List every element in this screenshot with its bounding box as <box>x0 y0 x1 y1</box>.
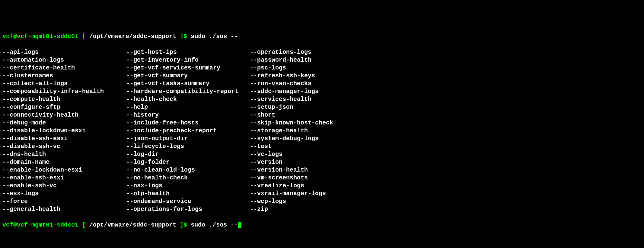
option-item: --general-health <box>2 205 126 213</box>
option-item: --connectivity-health <box>2 111 126 119</box>
prompt-user-host: vcf@vcf-mgmt01-sddc01 <box>2 221 78 228</box>
option-item: --services-health <box>250 95 642 103</box>
prompt-line-2: vcf@vcf-mgmt01-sddc01 [ /opt/vmware/sddc… <box>2 221 642 229</box>
option-item: --no-health-check <box>126 174 250 182</box>
option-item: --force <box>2 198 126 205</box>
command-input[interactable]: sudo ./sos -- <box>191 221 238 228</box>
option-item: --version <box>250 158 642 166</box>
option-item: --system-debug-logs <box>250 135 642 143</box>
option-item: --wcp-logs <box>250 198 642 205</box>
prompt-bracket-close: ]$ <box>176 221 191 228</box>
option-item: --vc-logs <box>250 150 642 158</box>
option-item: --debug-mode <box>2 119 126 127</box>
option-item: --get-vcf-summary <box>126 72 250 80</box>
option-item: --psc-logs <box>250 64 642 72</box>
option-item: --operations-for-logs <box>126 205 250 213</box>
prompt-line-1: vcf@vcf-mgmt01-sddc01 [ /opt/vmware/sddc… <box>2 33 642 40</box>
option-item: --lifecycle-logs <box>126 143 250 150</box>
option-item: --vrealize-logs <box>250 182 642 190</box>
option-item: --get-inventory-info <box>126 56 250 64</box>
command-text[interactable]: sudo ./sos -- <box>191 33 238 40</box>
option-item: --domain-name <box>2 158 126 166</box>
option-item: --log-dir <box>126 150 250 158</box>
option-item: --no-clean-old-logs <box>126 166 250 174</box>
option-item: --collect-all-logs <box>2 80 126 88</box>
option-item: --short <box>250 111 642 119</box>
prompt-bracket-open: [ <box>78 33 89 40</box>
option-item: --dns-health <box>2 150 126 158</box>
option-item: --get-vcf-services-summary <box>126 64 250 72</box>
option-item: --hardware-compatibility-report <box>126 88 250 95</box>
option-item: --ondemand-service <box>126 198 250 205</box>
option-item: --include-precheck-report <box>126 127 250 135</box>
option-item: --certificate-health <box>2 64 126 72</box>
option-item: --setup-json <box>250 103 642 111</box>
option-item: --disable-ssh-esxi <box>2 135 126 143</box>
option-item: --refresh-ssh-keys <box>250 72 642 80</box>
option-item: --include-free-hosts <box>126 119 250 127</box>
option-item: --disable-ssh-vc <box>2 143 126 150</box>
option-item: --password-health <box>250 56 642 64</box>
option-item: --disable-lockdown-esxi <box>2 127 126 135</box>
prompt-path: /opt/vmware/sddc-support <box>89 221 176 228</box>
option-item: --json-output-dir <box>126 135 250 143</box>
option-item: --nsx-logs <box>126 182 250 190</box>
option-item: --configure-sftp <box>2 103 126 111</box>
option-item: --vm-screenshots <box>250 174 642 182</box>
option-item: --storage-health <box>250 127 642 135</box>
options-list: --api-logs--get-host-ips--operations-log… <box>2 48 642 213</box>
option-item: --help <box>126 103 250 111</box>
option-item: --enable-lockdown-esxi <box>2 166 126 174</box>
option-item: --compute-health <box>2 95 126 103</box>
option-item: --zip <box>250 205 642 213</box>
option-item: --get-host-ips <box>126 48 250 56</box>
option-item: --skip-known-host-check <box>250 119 642 127</box>
option-item: --version-health <box>250 166 642 174</box>
prompt-user-host: vcf@vcf-mgmt01-sddc01 <box>2 33 78 40</box>
option-item: --api-logs <box>2 48 126 56</box>
option-item: --sddc-manager-logs <box>250 88 642 95</box>
option-item: --health-check <box>126 95 250 103</box>
prompt-bracket-open: [ <box>78 221 89 228</box>
option-item: --ntp-health <box>126 190 250 198</box>
option-item: --composability-infra-health <box>2 88 126 95</box>
option-item: --run-vsan-checks <box>250 80 642 88</box>
option-item: --clusternames <box>2 72 126 80</box>
option-item: --test <box>250 143 642 150</box>
option-item: --vxrail-manager-logs <box>250 190 642 198</box>
option-item: --operations-logs <box>250 48 642 56</box>
prompt-bracket-close: ]$ <box>176 33 191 40</box>
option-item: --log-folder <box>126 158 250 166</box>
prompt-path: /opt/vmware/sddc-support <box>89 33 176 40</box>
option-item: --esx-logs <box>2 190 126 198</box>
option-item: --history <box>126 111 250 119</box>
option-item: --automation-logs <box>2 56 126 64</box>
option-item: --get-vcf-tasks-summary <box>126 80 250 88</box>
option-item: --enable-ssh-esxi <box>2 174 126 182</box>
cursor <box>238 222 241 228</box>
option-item: --enable-ssh-vc <box>2 182 126 190</box>
